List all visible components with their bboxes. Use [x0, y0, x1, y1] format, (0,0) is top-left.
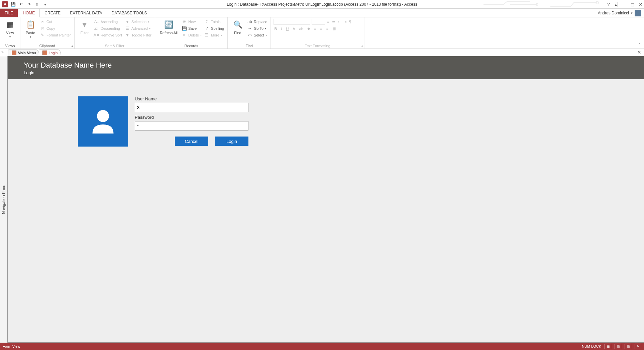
tab-create[interactable]: CREATE: [40, 9, 65, 17]
remove-sort-button[interactable]: A✕Remove Sort: [93, 32, 123, 38]
refresh-all-button[interactable]: 🔄Refresh All: [158, 19, 180, 43]
redo-icon[interactable]: ↷: [26, 1, 32, 7]
view-button[interactable]: ▦ View ▾: [3, 19, 17, 43]
copy-button[interactable]: ⎘Copy: [39, 25, 72, 31]
form-view-button[interactable]: ▦: [605, 344, 611, 349]
tab-external-data[interactable]: EXTERNAL DATA: [65, 9, 107, 17]
qat-custom-icon[interactable]: ⁝⁝: [34, 1, 40, 7]
document-tabs: » Main Menu Login ✕: [0, 49, 644, 56]
avatar: [635, 10, 641, 16]
save-icon[interactable]: 💾: [10, 1, 16, 7]
select-icon: ▭: [247, 32, 252, 38]
datasheet-view-button[interactable]: ▤: [615, 344, 621, 349]
goto-icon: →: [247, 26, 252, 31]
layout-view-button[interactable]: ▥: [625, 344, 631, 349]
navigation-pane-collapsed[interactable]: Navigation Pane: [0, 56, 7, 343]
tab-file[interactable]: FILE: [0, 9, 18, 17]
goto-button[interactable]: →Go To▾: [246, 25, 268, 31]
status-left: Form View: [3, 344, 20, 348]
account-menu[interactable]: Andres Dominicci ▾: [598, 10, 641, 16]
find-icon: 🔍: [232, 19, 243, 30]
bold-button[interactable]: B: [274, 26, 278, 31]
form-icon: [12, 51, 16, 55]
ltr-icon[interactable]: ¶: [348, 19, 352, 24]
underline-button[interactable]: U: [285, 26, 289, 31]
spelling-icon: ✓: [204, 26, 210, 31]
select-button[interactable]: ▭Select▾: [246, 32, 268, 38]
advanced-button[interactable]: ☰Advanced▾: [124, 25, 152, 31]
align-left-button[interactable]: ≡: [313, 26, 317, 31]
sort-desc-icon: Z↓: [94, 26, 99, 31]
paste-icon: 📋: [25, 19, 36, 30]
minimize-icon[interactable]: —: [622, 2, 627, 7]
font-family-select[interactable]: [274, 19, 310, 25]
find-button[interactable]: 🔍Find: [230, 19, 245, 43]
align-center-button[interactable]: ≡: [319, 26, 323, 31]
totals-button[interactable]: ΣTotals: [204, 19, 225, 25]
indent-left-icon[interactable]: ⇤: [337, 19, 341, 24]
svg-point-2: [97, 110, 109, 122]
delete-record-button[interactable]: ✕Delete▾: [181, 32, 202, 38]
totals-icon: Σ: [204, 19, 210, 24]
textfmt-dialog-launcher[interactable]: ◢: [361, 44, 363, 48]
qat-dropdown-icon[interactable]: ▾: [42, 1, 48, 7]
descending-button[interactable]: Z↓Descending: [93, 25, 123, 31]
undo-icon[interactable]: ↶: [18, 1, 24, 7]
highlight-button[interactable]: ab: [299, 26, 304, 31]
clipboard-dialog-launcher[interactable]: ◢: [71, 44, 73, 48]
save-record-button[interactable]: 💾Save: [181, 25, 202, 31]
replace-button[interactable]: abReplace: [246, 19, 268, 25]
collapse-ribbon-icon[interactable]: ⌃: [638, 42, 641, 47]
format-painter-button[interactable]: ✎Format Painter: [39, 32, 72, 38]
username-input[interactable]: [135, 103, 248, 112]
gridlines-button[interactable]: ▦: [332, 26, 336, 31]
design-view-button[interactable]: ✎: [635, 344, 641, 349]
cancel-button[interactable]: Cancel: [175, 137, 208, 146]
font-size-select[interactable]: [312, 19, 325, 25]
refresh-icon: 🔄: [163, 19, 174, 30]
tab-main-menu[interactable]: Main Menu: [8, 50, 39, 56]
svg-point-1: [536, 3, 538, 5]
more-button[interactable]: ☰More▾: [204, 32, 225, 38]
form-canvas: Your Database Name Here Login User Name …: [7, 56, 644, 343]
format-painter-icon: ✎: [40, 32, 45, 38]
bullets-icon[interactable]: ≡: [326, 19, 330, 24]
filter-button[interactable]: ▼Filter: [77, 19, 92, 43]
remove-sort-icon: A✕: [94, 32, 99, 38]
ascending-button[interactable]: A↓Ascending: [93, 19, 123, 25]
align-right-button[interactable]: ≡: [326, 26, 329, 31]
cut-button[interactable]: ✂Cut: [39, 19, 72, 25]
numbering-icon[interactable]: ≣: [331, 19, 336, 24]
view-label: View: [6, 31, 14, 35]
tab-home[interactable]: HOME: [18, 9, 40, 17]
help-icon[interactable]: ?: [607, 2, 610, 7]
login-box: User Name Password Cancel Login: [78, 96, 248, 147]
person-icon: [88, 106, 118, 137]
account-name: Andres Dominicci: [598, 11, 629, 15]
tab-login[interactable]: Login: [39, 50, 61, 56]
indent-right-icon[interactable]: ⇥: [343, 19, 347, 24]
ribbon: ▦ View ▾ Views 📋 Paste ▾ ✂Cut ⎘Copy ✎For…: [0, 17, 644, 49]
close-icon[interactable]: ✕: [639, 2, 643, 7]
new-record-button[interactable]: ✳New: [181, 19, 202, 25]
paste-button[interactable]: 📋 Paste ▾: [23, 19, 38, 43]
selection-button[interactable]: ▼Selection▾: [124, 19, 152, 25]
fill-color-button[interactable]: ◆: [307, 26, 311, 31]
close-tab-icon[interactable]: ✕: [637, 50, 641, 55]
cut-icon: ✂: [40, 19, 45, 24]
user-avatar-tile: [78, 96, 128, 147]
save-record-icon: 💾: [182, 26, 187, 31]
sort-asc-icon: A↓: [94, 19, 99, 24]
ribbon-options-icon[interactable]: ▴: [614, 2, 618, 7]
expand-navpane-icon[interactable]: »: [1, 50, 4, 55]
spelling-button[interactable]: ✓Spelling: [204, 25, 225, 31]
view-icon: ▦: [5, 19, 15, 30]
login-button[interactable]: Login: [215, 137, 248, 146]
password-input[interactable]: [135, 121, 248, 130]
maximize-icon[interactable]: ◻: [631, 2, 635, 7]
access-logo-icon: A: [2, 1, 8, 7]
font-color-button[interactable]: A: [292, 26, 296, 31]
tab-database-tools[interactable]: DATABASE TOOLS: [107, 9, 152, 17]
italic-button[interactable]: I: [280, 26, 283, 31]
toggle-filter-button[interactable]: ▼Toggle Filter: [124, 32, 152, 38]
